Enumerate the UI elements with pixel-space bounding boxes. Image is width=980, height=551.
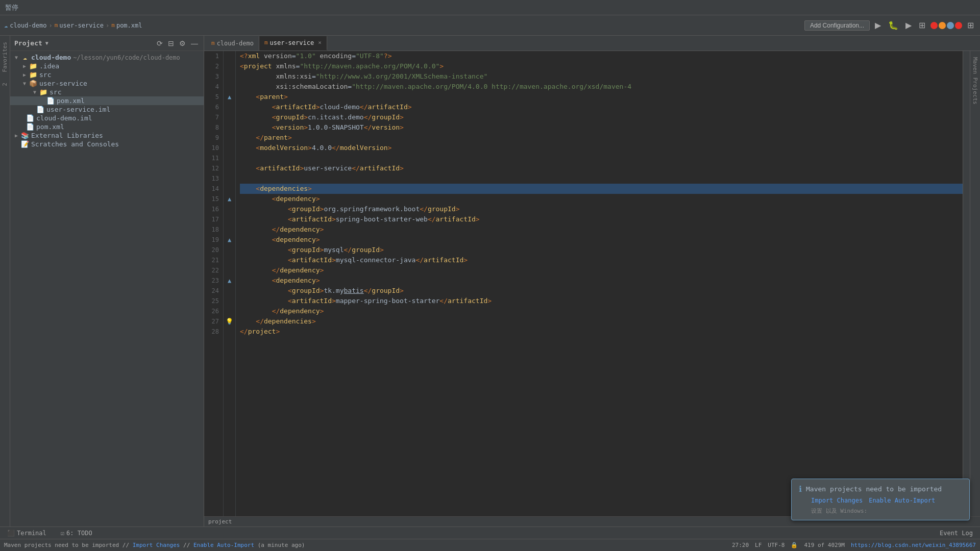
code-content[interactable]: <?xml version="1.0" encoding="UTF-8"?> <… — [236, 51, 963, 516]
coverage-btn[interactable]: ▶ — [903, 19, 914, 31]
tree-item-idea[interactable]: ▶ 📁 .idea — [10, 62, 204, 70]
code-line-16: <groupId>org.springframework.boot</group… — [240, 204, 963, 214]
profile-btn[interactable]: ⊞ — [917, 19, 927, 31]
ie-icon[interactable] — [947, 22, 954, 29]
code-line-18: </dependency> — [240, 224, 963, 235]
tree-item-root-pom[interactable]: 📄 pom.xml — [10, 122, 204, 131]
breadcrumb-app[interactable]: cloud-demo — [10, 22, 46, 29]
tab-label-cloud-demo: cloud-demo — [217, 40, 254, 47]
gutter-2 — [224, 61, 235, 71]
gutter-3 — [224, 71, 235, 82]
code-line-22: </dependency> — [240, 265, 963, 276]
add-config-btn[interactable]: Add Configuration... — [804, 20, 870, 31]
tree-item-external-libs[interactable]: ▶ 📚 External Libraries — [10, 131, 204, 140]
content-area: Favorites 2 Project ▼ ⟳ ⊟ ⚙ — ▼ ☁ cloud-… — [0, 36, 980, 527]
tree-label-idea: .idea — [39, 62, 59, 70]
tab-user-service[interactable]: m user-service × — [259, 36, 327, 51]
favorites-label[interactable]: Favorites — [2, 42, 8, 72]
tree-item-scratches[interactable]: 📝 Scratches and Consoles — [10, 140, 204, 148]
status-auto-import-link[interactable]: Enable Auto-Import — [193, 542, 254, 548]
code-line-12: <artifactId>user-service</artifactId> — [240, 163, 963, 173]
tree-label-user-service: user-service — [39, 80, 87, 87]
line-num-18: 18 — [206, 224, 219, 235]
import-changes-link[interactable]: Import Changes — [811, 497, 863, 504]
terminal-tab[interactable]: ⬛ Terminal — [4, 528, 50, 539]
event-log-tab[interactable]: Event Log — [937, 528, 976, 539]
gutter-21 — [224, 255, 235, 265]
gutter-5[interactable]: ▲ — [224, 92, 235, 102]
enable-auto-import-link[interactable]: Enable Auto-Import — [869, 497, 935, 504]
tree-item-pom-xml[interactable]: 📄 pom.xml — [10, 96, 204, 105]
line-num-10: 10 — [206, 143, 219, 153]
gutter-15[interactable]: ▲ — [224, 194, 235, 204]
tab-close-user-service[interactable]: × — [318, 39, 322, 46]
code-editor[interactable]: 1 2 3 4 5 6 7 8 9 10 11 12 13 14 15 16 1 — [204, 51, 970, 516]
tree-arrow-idea: ▶ — [20, 63, 29, 69]
blog-link[interactable]: https://blog.csdn.net/weixin_43895667 — [851, 542, 976, 548]
tree-item-cloud-demo[interactable]: ▼ ☁ cloud-demo ~/lesson/yun6/code/cloud-… — [10, 53, 204, 62]
code-line-21: <artifactId>mysql-connector-java</artifa… — [240, 255, 963, 265]
gutter-11 — [224, 153, 235, 163]
gutter-19[interactable]: ▲ — [224, 235, 235, 245]
panel-minimize-btn[interactable]: — — [189, 39, 200, 48]
memory-indicator: 419 of 4029M — [804, 542, 844, 548]
tree-item-src-service[interactable]: ▼ 📁 src — [10, 88, 204, 96]
code-line-1: <?xml version="1.0" encoding="UTF-8"?> — [240, 51, 963, 61]
strip-2-label[interactable]: 2 — [2, 83, 8, 86]
gutter-27[interactable]: 💡 — [224, 316, 235, 327]
line-num-7: 7 — [206, 112, 219, 122]
panel-settings-btn[interactable]: ⚙ — [178, 39, 187, 48]
firefox-icon[interactable] — [939, 22, 946, 29]
gutter-14 — [224, 184, 235, 194]
line-num-25: 25 — [206, 296, 219, 306]
status-bar: Maven projects need to be imported // Im… — [0, 539, 980, 551]
code-line-19: <dependency> — [240, 235, 963, 245]
gutter-26 — [224, 306, 235, 316]
layout-btn[interactable]: ⊞ — [965, 19, 976, 31]
line-num-22: 22 — [206, 265, 219, 276]
line-num-24: 24 — [206, 286, 219, 296]
line-num-26: 26 — [206, 306, 219, 316]
encoding-label[interactable]: UTF-8 — [768, 542, 785, 548]
opera-icon[interactable] — [955, 22, 962, 29]
code-line-5: <parent> — [240, 92, 963, 102]
line-num-4: 4 — [206, 82, 219, 92]
title-bar: 暂停 — [0, 0, 980, 15]
terminal-icon: ⬛ — [7, 530, 15, 537]
panel-dropdown-icon[interactable]: ▼ — [45, 40, 48, 46]
folder-icon-idea: 📁 — [29, 62, 38, 70]
tab-cloud-demo[interactable]: m cloud-demo — [206, 36, 259, 51]
ext-libs-icon: 📚 — [20, 132, 30, 139]
gutter-arrow-5: ▲ — [228, 93, 231, 101]
scrollbar-area[interactable] — [963, 51, 970, 516]
panel-sync-btn[interactable]: ⟳ — [155, 39, 164, 48]
xml-icon-pom: 📄 — [46, 97, 55, 105]
code-line-20: <groupId>mysql</groupId> — [240, 245, 963, 255]
breadcrumb-file: m pom.xml — [111, 22, 142, 29]
run-btn[interactable]: ▶ — [873, 19, 883, 31]
code-line-10: <modelVersion>4.0.0</modelVersion> — [240, 143, 963, 153]
gutter-17 — [224, 214, 235, 224]
left-strip: Favorites 2 — [0, 36, 10, 527]
tree-item-cloud-demo-iml[interactable]: 📄 cloud-demo.iml — [10, 114, 204, 122]
tree-label-cloud-iml: cloud-demo.iml — [36, 114, 92, 122]
iml-icon-cloud: 📄 — [26, 114, 35, 122]
code-line-7: <groupId>cn.itcast.demo</groupId> — [240, 112, 963, 122]
toolbar-right: Add Configuration... ▶ 🐛 ▶ ⊞ ⊞ — [804, 19, 976, 31]
gutter-arrow-15: ▲ — [228, 195, 231, 203]
gutter-23[interactable]: ▲ — [224, 276, 235, 286]
status-import-link[interactable]: Import Changes — [133, 542, 180, 548]
panel-collapse-btn[interactable]: ⊟ — [166, 39, 176, 48]
maven-projects-label[interactable]: Maven Projects — [972, 57, 978, 105]
line-num-11: 11 — [206, 153, 219, 163]
tree-item-user-service-iml[interactable]: 📄 user-service.iml — [10, 105, 204, 114]
iml-icon-user: 📄 — [36, 106, 45, 113]
todo-icon: ☑ — [61, 530, 64, 537]
tree-item-src-root[interactable]: ▶ 📁 src — [10, 70, 204, 79]
line-separator[interactable]: LF — [755, 542, 762, 548]
tree-item-user-service[interactable]: ▼ 📦 user-service — [10, 79, 204, 88]
debug-btn[interactable]: 🐛 — [886, 19, 900, 31]
todo-tab[interactable]: ☑ 6: TODO — [58, 528, 95, 539]
line-num-5: 5 — [206, 92, 219, 102]
chrome-icon[interactable] — [930, 22, 938, 29]
